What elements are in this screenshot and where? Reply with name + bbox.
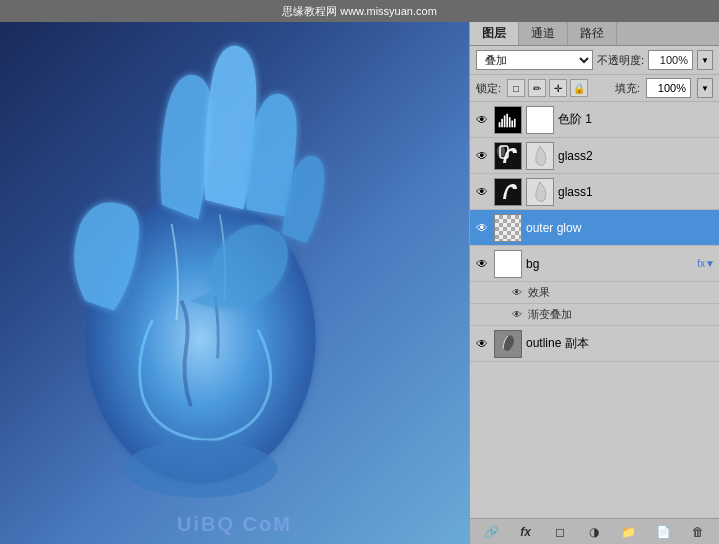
layer-item-outline-copy[interactable]: 👁 outline 副本 <box>470 326 719 362</box>
canvas-image: UiBQ CoM <box>0 22 469 544</box>
canvas-watermark: UiBQ CoM <box>177 513 292 536</box>
layer-thumb-mask-levels <box>526 106 554 134</box>
fill-dropdown-arrow[interactable]: ▼ <box>697 78 713 98</box>
layer-thumb-glass2-hand <box>526 142 554 170</box>
main-area: UiBQ CoM 图层 通道 路径 叠加 不透明度: ▼ <box>0 22 719 544</box>
lock-transparent-btn[interactable]: □ <box>507 79 525 97</box>
layers-list: 👁 色阶 1 � <box>470 102 719 518</box>
layer-eye-outer-glow[interactable]: 👁 <box>474 220 490 236</box>
lock-label: 锁定: <box>476 81 501 96</box>
lock-icons: □ ✏ ✛ 🔒 <box>507 79 609 97</box>
svg-rect-6 <box>506 113 508 127</box>
new-layer-btn[interactable]: 📄 <box>653 522 673 542</box>
canvas-area: UiBQ CoM <box>0 22 469 544</box>
layer-item-bg[interactable]: 👁 bg fx▼ <box>470 246 719 282</box>
new-group-btn[interactable]: 📁 <box>619 522 639 542</box>
layer-sub-gradient-overlay[interactable]: 👁 渐变叠加 <box>470 304 719 326</box>
svg-rect-3 <box>499 122 501 127</box>
title-text: 思缘教程网 www.missyuan.com <box>282 4 437 19</box>
tab-layers[interactable]: 图层 <box>470 22 519 45</box>
effect-eye-effects[interactable]: 👁 <box>510 286 524 300</box>
layer-fx-bg: fx▼ <box>697 258 715 269</box>
opacity-input[interactable] <box>648 50 693 70</box>
lock-row: 锁定: □ ✏ ✛ 🔒 填充: ▼ <box>470 75 719 102</box>
effect-eye-gradient[interactable]: 👁 <box>510 308 524 322</box>
layer-eye-glass1[interactable]: 👁 <box>474 184 490 200</box>
lock-all-btn[interactable]: 🔒 <box>570 79 588 97</box>
blend-mode-select[interactable]: 叠加 <box>476 50 593 70</box>
layer-thumb-outer-glow <box>494 214 522 242</box>
layer-eye-outline-copy[interactable]: 👁 <box>474 336 490 352</box>
layer-name-glass2: glass2 <box>558 149 715 163</box>
layer-thumb-bg <box>494 250 522 278</box>
layer-mask-btn[interactable]: ◻ <box>550 522 570 542</box>
layer-style-btn[interactable]: fx <box>516 522 536 542</box>
layer-thumb-glass2 <box>494 142 522 170</box>
right-panel: 图层 通道 路径 叠加 不透明度: ▼ 锁定: □ ✏ ✛ � <box>469 22 719 544</box>
svg-rect-7 <box>509 117 511 127</box>
layers-toolbar: 🔗 fx ◻ ◑ 📁 📄 🗑 <box>470 518 719 544</box>
layer-item-glass1[interactable]: 👁 glass1 <box>470 174 719 210</box>
layer-item-levels[interactable]: 👁 色阶 1 <box>470 102 719 138</box>
layer-eye-glass2[interactable]: 👁 <box>474 148 490 164</box>
layer-sub-effects[interactable]: 👁 效果 <box>470 282 719 304</box>
effect-label-effects: 效果 <box>528 285 550 300</box>
layer-eye-levels[interactable]: 👁 <box>474 112 490 128</box>
blend-mode-row: 叠加 不透明度: ▼ <box>470 46 719 75</box>
svg-rect-5 <box>504 115 506 127</box>
svg-rect-9 <box>514 118 516 126</box>
layer-name-outline-copy: outline 副本 <box>526 335 715 352</box>
svg-rect-4 <box>501 118 503 126</box>
layer-name-glass1: glass1 <box>558 185 715 199</box>
tab-channels[interactable]: 通道 <box>519 22 568 45</box>
layer-name-bg: bg <box>526 257 691 271</box>
layer-eye-bg[interactable]: 👁 <box>474 256 490 272</box>
tab-paths[interactable]: 路径 <box>568 22 617 45</box>
lock-position-btn[interactable]: ✛ <box>549 79 567 97</box>
opacity-dropdown-arrow[interactable]: ▼ <box>697 50 713 70</box>
layer-thumb-glass1 <box>494 178 522 206</box>
effect-label-gradient: 渐变叠加 <box>528 307 572 322</box>
opacity-label: 不透明度: <box>597 53 644 68</box>
layer-name-levels: 色阶 1 <box>558 111 715 128</box>
layer-item-glass2[interactable]: 👁 glass2 <box>470 138 719 174</box>
link-layers-btn[interactable]: 🔗 <box>481 522 501 542</box>
layer-thumb-glass1-hand <box>526 178 554 206</box>
layer-item-outer-glow[interactable]: 👁 outer glow <box>470 210 719 246</box>
svg-rect-8 <box>511 120 513 127</box>
fill-input[interactable] <box>646 78 691 98</box>
adjustment-layer-btn[interactable]: ◑ <box>584 522 604 542</box>
hand-illustration <box>20 32 400 512</box>
fill-label: 填充: <box>615 81 640 96</box>
layer-thumb-outline-copy <box>494 330 522 358</box>
svg-rect-13 <box>495 179 521 205</box>
layer-name-outer-glow: outer glow <box>526 221 715 235</box>
panel-tabs: 图层 通道 路径 <box>470 22 719 46</box>
svg-point-1 <box>124 440 278 498</box>
title-bar: 思缘教程网 www.missyuan.com <box>0 0 719 22</box>
lock-pixels-btn[interactable]: ✏ <box>528 79 546 97</box>
layer-thumb-levels <box>494 106 522 134</box>
delete-layer-btn[interactable]: 🗑 <box>688 522 708 542</box>
